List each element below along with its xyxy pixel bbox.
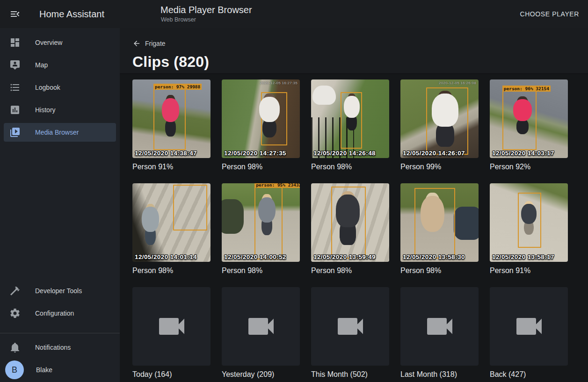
media-folder[interactable]: Last Month (318) (400, 287, 479, 379)
media-folder[interactable]: Yesterday (209) (222, 287, 300, 379)
hammer-icon (9, 285, 21, 296)
clip-thumbnail: 12/05/2020 13:58:30 (400, 183, 479, 262)
page-header-subtitle: Web Browser (161, 16, 252, 23)
sidebar: Overview Map Logbook (0, 28, 120, 382)
folder-thumbnail (311, 287, 389, 366)
detection-box-label: person: 95% 23432 (254, 183, 300, 188)
sidebar-item-media-browser[interactable]: Media Browser (0, 121, 120, 144)
clip-timestamp: 12/05/2020 13:59:49 (313, 253, 376, 260)
list-bulleted-icon (9, 82, 21, 93)
clip-thumbnail: person: 97% 29988 12/05/2020 14:38:47 (132, 79, 211, 158)
clip-caption: Person 91% (132, 162, 211, 172)
play-box-multiple-icon (9, 127, 21, 138)
clip-timestamp: 12/05/2020 14:26:48 (313, 150, 376, 157)
app-header: Home Assistant Media Player Browser Web … (0, 0, 588, 28)
avatar: B (5, 360, 24, 379)
clip-timestamp: 12/05/2020 13:58:17 (492, 253, 554, 260)
media-browser-content: Frigate Clips (820) person: 97% 29988 12… (120, 28, 588, 382)
sidebar-item-user[interactable]: B Blake (0, 359, 120, 381)
detection-box (414, 188, 455, 259)
user-name: Blake (36, 366, 52, 374)
camera-osd-timestamp: 2020-12-05 16:27:35 (260, 81, 298, 85)
chart-box-icon (9, 104, 21, 115)
media-folder[interactable]: Back (427) (490, 287, 568, 379)
sidebar-item-logbook[interactable]: Logbook (0, 76, 120, 99)
folder-caption: Back (427) (490, 370, 568, 379)
clip-caption: Person 92% (490, 162, 568, 172)
clip-thumbnail: person: 95% 23432 12/05/2020 14:00:52 (222, 183, 300, 262)
clip-caption: Person 91% (490, 266, 568, 275)
media-clip[interactable]: 2020-12-05 16:27:35 12/05/2020 14:27:35 … (222, 79, 300, 172)
media-clip[interactable]: 12/05/2020 14:26:48 Person 98% (311, 79, 389, 172)
detection-box: person: 95% 23432 (254, 187, 283, 259)
media-clip[interactable]: 12/05/2020 13:58:30 Person 98% (400, 183, 479, 275)
video-camera-icon (155, 310, 189, 343)
folder-thumbnail (222, 287, 300, 366)
detection-box (518, 193, 541, 248)
view-dashboard-icon (9, 37, 21, 48)
clip-caption: Person 98% (222, 162, 300, 172)
media-clip[interactable]: 12/05/2020 14:01:14 Person 98% (132, 183, 211, 275)
clip-timestamp: 12/05/2020 14:26:07 (403, 150, 465, 157)
choose-player-button[interactable]: CHOOSE PLAYER (516, 0, 583, 28)
sidebar-item-history[interactable]: History (0, 99, 120, 121)
video-camera-icon (512, 310, 546, 343)
detection-box-label: person: 96% 32154 (502, 86, 551, 92)
detection-box: person: 96% 32154 (502, 91, 537, 151)
folder-caption: Today (164) (132, 370, 211, 379)
sidebar-item-developer-tools[interactable]: Developer Tools (0, 280, 120, 302)
breadcrumb-back[interactable]: Frigate (132, 28, 166, 48)
sidebar-item-notifications[interactable]: Notifications (0, 336, 120, 359)
detection-box (261, 92, 288, 145)
clip-caption: Person 98% (222, 266, 300, 275)
page-title: Clips (820) (132, 53, 588, 71)
sidebar-item-overview[interactable]: Overview (0, 31, 120, 54)
video-camera-icon (244, 310, 278, 343)
arrow-left-icon (132, 39, 141, 48)
detection-box: person: 97% 29988 (153, 89, 185, 150)
clip-thumbnail: person: 96% 32154 12/05/2020 14:03:17 (490, 79, 568, 158)
detection-box (173, 185, 207, 230)
folder-caption: Last Month (318) (400, 370, 479, 379)
media-clip[interactable]: 12/05/2020 13:59:49 Person 98% (311, 183, 389, 275)
clip-caption: Person 99% (400, 162, 479, 172)
clip-thumbnail: 12/05/2020 14:01:14 (132, 183, 211, 262)
account-tooltip-icon (9, 59, 21, 71)
cog-icon (9, 308, 21, 319)
sidebar-footer: Developer Tools Configuration Notificati… (0, 280, 120, 381)
content-header: Frigate Clips (820) (120, 28, 588, 74)
detection-box (341, 92, 362, 149)
media-grid: person: 97% 29988 12/05/2020 14:38:47 Pe… (120, 74, 588, 382)
folder-caption: Yesterday (209) (222, 370, 300, 379)
media-clip[interactable]: 12/05/2020 13:58:17 Person 91% (490, 183, 568, 275)
media-clip[interactable]: person: 96% 32154 12/05/2020 14:03:17 Pe… (490, 79, 568, 172)
clip-thumbnail: 12/05/2020 14:26:48 (311, 79, 389, 158)
clip-timestamp: 12/05/2020 14:01:14 (135, 253, 197, 260)
video-camera-icon (334, 310, 367, 343)
breadcrumb-label: Frigate (145, 40, 166, 47)
media-clip[interactable]: person: 97% 29988 12/05/2020 14:38:47 Pe… (132, 79, 211, 172)
folder-thumbnail (400, 287, 479, 366)
clip-caption: Person 98% (132, 266, 211, 275)
clip-caption: Person 98% (311, 162, 389, 172)
clip-thumbnail: 12/05/2020 13:59:49 (311, 183, 389, 262)
page-header: Media Player Browser Web Browser (160, 4, 252, 23)
clip-caption: Person 98% (400, 266, 479, 275)
clip-thumbnail: 2020-12-05 16:27:35 12/05/2020 14:27:35 (222, 79, 300, 158)
folder-thumbnail (132, 287, 211, 366)
sidebar-nav: Overview Map Logbook (0, 28, 120, 144)
sidebar-toggle-icon[interactable] (9, 8, 21, 20)
detection-box (426, 87, 468, 155)
media-folder[interactable]: Today (164) (132, 287, 211, 379)
clip-caption: Person 98% (311, 266, 389, 275)
sidebar-item-map[interactable]: Map (0, 54, 120, 76)
sidebar-item-configuration[interactable]: Configuration (0, 302, 120, 324)
clip-timestamp: 12/05/2020 13:58:30 (403, 253, 465, 260)
video-camera-icon (423, 310, 457, 343)
media-clip[interactable]: 2020-12-05 16:26:08 12/05/2020 14:26:07 … (400, 79, 479, 172)
clip-timestamp: 12/05/2020 14:38:47 (135, 150, 197, 157)
app-title: Home Assistant (39, 9, 104, 20)
media-folder[interactable]: This Month (502) (311, 287, 389, 379)
media-clip[interactable]: person: 95% 23432 12/05/2020 14:00:52 Pe… (222, 183, 300, 275)
folder-thumbnail (490, 287, 568, 366)
